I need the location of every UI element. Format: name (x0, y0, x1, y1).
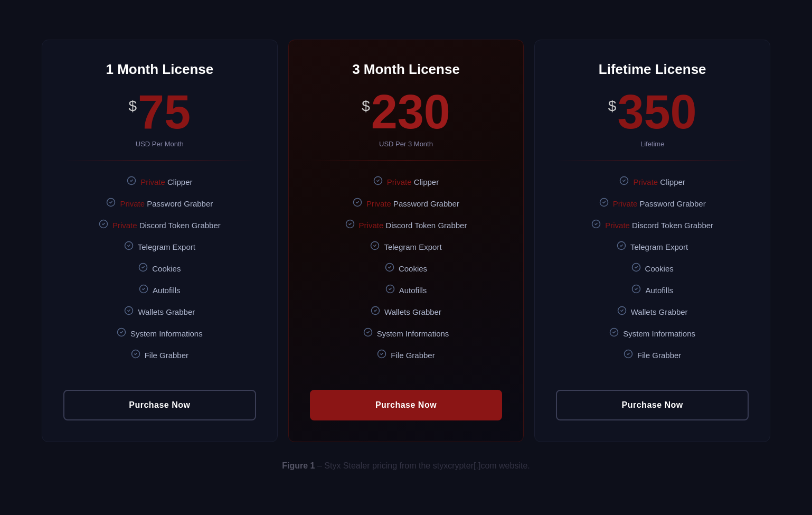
feature-highlight: Private (120, 199, 145, 208)
feature-item-1month-5: Autofills (63, 284, 256, 296)
feature-item-3month-5: Autofills (310, 284, 503, 296)
check-icon (609, 327, 619, 340)
feature-item-1month-3: Telegram Export (63, 241, 256, 253)
check-icon (624, 349, 633, 361)
feature-item-3month-2: Private Discord Token Grabber (310, 219, 503, 231)
check-icon (345, 219, 355, 231)
feature-text-3month-6: Wallets Grabber (384, 307, 441, 316)
check-icon (371, 306, 380, 318)
feature-text-1month-3: Telegram Export (138, 242, 195, 251)
price-dollar-1month: $ (128, 98, 137, 115)
feature-item-1month-0: Private Clipper (63, 176, 256, 188)
feature-item-3month-8: File Grabber (310, 349, 503, 361)
feature-item-3month-3: Telegram Export (310, 241, 503, 253)
feature-text-lifetime-4: Cookies (645, 264, 674, 273)
feature-text-3month-8: File Grabber (391, 351, 435, 360)
feature-highlight: Private (605, 221, 630, 230)
feature-item-3month-6: Wallets Grabber (310, 306, 503, 318)
purchase-button-3month[interactable]: Purchase Now (310, 390, 503, 420)
feature-text-1month-5: Autofills (153, 286, 181, 295)
divider-1month (63, 161, 256, 161)
feature-item-3month-1: Private Password Grabber (310, 198, 503, 210)
price-dollar-3month: $ (362, 98, 370, 115)
feature-highlight: Private (112, 221, 137, 230)
check-icon (385, 263, 394, 275)
feature-item-3month-4: Cookies (310, 263, 503, 275)
feature-item-lifetime-8: File Grabber (556, 349, 749, 361)
feature-text-3month-0: Private Clipper (387, 177, 439, 186)
pricing-card-1month: 1 Month License$75USD Per MonthPrivate C… (42, 40, 278, 442)
feature-highlight: Private (366, 199, 391, 208)
check-icon (124, 306, 134, 318)
check-icon (124, 241, 134, 253)
divider-lifetime (556, 161, 749, 161)
features-list-lifetime: Private ClipperPrivate Password GrabberP… (556, 176, 749, 371)
feature-text-3month-7: System Informations (377, 329, 449, 338)
figure-text: – Styx Stealer pricing from the styxcryp… (317, 461, 530, 470)
feature-highlight: Private (359, 221, 384, 230)
feature-text-lifetime-0: Private Clipper (633, 177, 685, 186)
feature-item-3month-7: System Informations (310, 327, 503, 340)
check-icon (591, 219, 601, 231)
feature-item-lifetime-4: Cookies (556, 263, 749, 275)
feature-text-lifetime-1: Private Password Grabber (613, 199, 706, 208)
check-icon (131, 349, 140, 361)
feature-text-3month-3: Telegram Export (384, 242, 441, 251)
divider-3month (310, 161, 503, 161)
feature-highlight: Private (633, 177, 658, 186)
feature-text-3month-2: Private Discord Token Grabber (359, 221, 467, 230)
feature-text-1month-4: Cookies (152, 264, 181, 273)
feature-text-1month-0: Private Clipper (140, 177, 192, 186)
check-icon (353, 198, 362, 210)
feature-item-1month-2: Private Discord Token Grabber (63, 219, 256, 231)
feature-item-lifetime-3: Telegram Export (556, 241, 749, 253)
plan-title-3month: 3 Month License (352, 61, 460, 78)
features-list-1month: Private ClipperPrivate Password GrabberP… (63, 176, 256, 371)
figure-caption: Figure 1 – Styx Stealer pricing from the… (282, 461, 530, 471)
purchase-button-1month[interactable]: Purchase Now (63, 390, 256, 420)
feature-item-lifetime-5: Autofills (556, 284, 749, 296)
feature-item-1month-6: Wallets Grabber (63, 306, 256, 318)
check-icon (617, 241, 626, 253)
feature-item-1month-1: Private Password Grabber (63, 198, 256, 210)
check-icon (599, 198, 609, 210)
pricing-container: 1 Month License$75USD Per MonthPrivate C… (36, 40, 776, 442)
pricing-card-lifetime: Lifetime License$350LifetimePrivate Clip… (534, 40, 770, 442)
feature-text-lifetime-3: Telegram Export (630, 242, 688, 251)
check-icon (377, 349, 386, 361)
feature-highlight: Private (140, 177, 165, 186)
feature-text-1month-1: Private Password Grabber (120, 199, 213, 208)
pricing-card-3month: 3 Month License$230USD Per 3 MonthPrivat… (288, 40, 524, 442)
feature-text-lifetime-2: Private Discord Token Grabber (605, 221, 713, 230)
check-icon (363, 327, 373, 340)
feature-text-lifetime-8: File Grabber (637, 351, 681, 360)
feature-text-lifetime-6: Wallets Grabber (631, 307, 688, 316)
feature-item-1month-7: System Informations (63, 327, 256, 340)
check-icon (106, 198, 116, 210)
feature-text-lifetime-5: Autofills (645, 286, 673, 295)
check-icon (117, 327, 126, 340)
plan-title-lifetime: Lifetime License (599, 61, 706, 78)
feature-item-lifetime-2: Private Discord Token Grabber (556, 219, 749, 231)
price-container-1month: $75 (128, 88, 191, 136)
check-icon (619, 176, 629, 188)
features-list-3month: Private ClipperPrivate Password GrabberP… (310, 176, 503, 371)
purchase-button-lifetime[interactable]: Purchase Now (556, 390, 749, 420)
feature-text-1month-7: System Informations (130, 329, 203, 338)
feature-text-1month-6: Wallets Grabber (138, 307, 195, 316)
price-period-1month: USD Per Month (136, 140, 184, 148)
feature-highlight: Private (613, 199, 638, 208)
check-icon (138, 263, 148, 275)
check-icon (99, 219, 108, 231)
feature-text-1month-2: Private Discord Token Grabber (112, 221, 221, 230)
check-icon (631, 284, 641, 296)
feature-item-3month-0: Private Clipper (310, 176, 503, 188)
check-icon (631, 263, 641, 275)
feature-item-lifetime-0: Private Clipper (556, 176, 749, 188)
feature-text-lifetime-7: System Informations (623, 329, 695, 338)
feature-item-lifetime-1: Private Password Grabber (556, 198, 749, 210)
price-container-lifetime: $350 (608, 88, 697, 136)
check-icon (139, 284, 148, 296)
check-icon (385, 284, 395, 296)
price-dollar-lifetime: $ (608, 98, 617, 115)
